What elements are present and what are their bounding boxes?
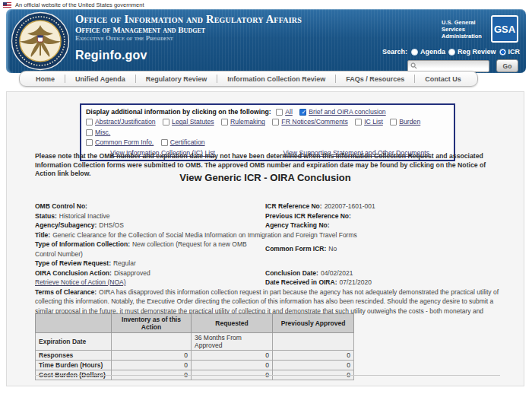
icr-radio-label[interactable]: ICR	[508, 48, 521, 56]
site-header: Office of Information and Regulatory Aff…	[6, 9, 526, 73]
burden-header-requested: Requested	[192, 314, 273, 333]
display-options-row-2: Abstract/Justification Legal Statutes Ru…	[86, 117, 449, 137]
checkbox-rulemaking-box[interactable]	[221, 119, 228, 126]
search-icon	[410, 62, 417, 69]
checkbox-abstract-justification[interactable]: Abstract/Justification	[86, 117, 156, 127]
burden-cell: 0	[273, 351, 354, 361]
tab-home[interactable]: Home	[26, 75, 65, 83]
field-conclusion-date: Conclusion Date:04/02/2021	[265, 268, 502, 278]
field-omb-control: OMB Control No:	[35, 202, 265, 211]
checkbox-legal-statutes[interactable]: Legal Statutes	[163, 117, 214, 127]
burden-cell	[112, 333, 192, 351]
search-scope-radios: Agenda Reg Review ICR	[411, 48, 520, 56]
checkbox-certification-label[interactable]: Certification	[170, 138, 205, 148]
burden-cell	[273, 333, 354, 351]
checkbox-fr-notices[interactable]: FR Notices/Comments	[272, 117, 347, 127]
radio-option-agenda[interactable]: Agenda	[411, 48, 445, 56]
field-agency-tracking: Agency Tracking No:	[265, 221, 502, 230]
field-previous-icr: Previous ICR Reference No:	[265, 211, 502, 221]
burden-row-label: Time Burden (Hours)	[36, 361, 112, 370]
burden-row-label: Responses	[36, 351, 112, 361]
table-row: Responses 0 0 0	[36, 351, 354, 361]
search-scope-row: Search: Agenda Reg Review ICR	[382, 48, 520, 56]
gsa-logo: GSA	[491, 15, 518, 43]
display-options-row-3: Common Form Info. Certification	[86, 138, 449, 148]
checkbox-legal-box[interactable]	[163, 119, 169, 126]
checkbox-brief-oira-conclusion[interactable]: Brief and OIRA conclusion	[299, 107, 385, 117]
search-input[interactable]	[417, 62, 486, 70]
field-agency: Agency/Subagency:DHS/OS	[35, 221, 265, 230]
checkbox-brief-label[interactable]: Brief and OIRA conclusion	[309, 107, 385, 117]
checkbox-misc-label[interactable]: Misc.	[95, 128, 110, 138]
retrieve-noa-link[interactable]: Retrieve Notice of Action (NOA)	[35, 278, 126, 286]
reginfo-page: An official website of the United States…	[0, 0, 532, 394]
main-navigation: Home Unified Agenda Regulatory Review In…	[19, 71, 478, 87]
checkbox-all-label[interactable]: All	[285, 107, 293, 117]
omb-title: Office of Management and Budget	[75, 25, 302, 34]
burden-cell: 0	[192, 351, 273, 361]
table-row: Expiration Date 36 Months From Approved	[36, 333, 354, 351]
tab-unified-agenda[interactable]: Unified Agenda	[65, 75, 135, 83]
reg-review-radio-label[interactable]: Reg Review	[458, 48, 496, 56]
checkbox-legal-label[interactable]: Legal Statutes	[172, 117, 214, 127]
go-button[interactable]: Go	[496, 59, 518, 72]
field-icr-reference: ICR Reference No:202007-1601-001	[265, 202, 502, 211]
checkbox-brief-box[interactable]	[299, 109, 306, 116]
icr-radio[interactable]	[499, 49, 506, 56]
checkbox-iclist-box[interactable]	[355, 119, 362, 126]
eop-title: Executive Office of the President	[75, 34, 302, 42]
reg-review-radio[interactable]	[448, 49, 455, 56]
checkbox-abstract-box[interactable]	[86, 119, 93, 126]
checkbox-rulemaking-label[interactable]: Rulemaking	[230, 117, 265, 127]
checkbox-fr-label[interactable]: FR Notices/Comments	[281, 117, 347, 127]
tab-contact-us[interactable]: Contact Us	[415, 75, 471, 83]
gsa-text: U.S. General Services Administration	[442, 19, 487, 40]
checkbox-burden[interactable]: Burden	[390, 117, 420, 127]
burden-header-inventory: Inventory as of this Action	[112, 314, 192, 333]
checkbox-ic-list[interactable]: IC List	[355, 117, 383, 127]
burden-cell: 0	[192, 361, 273, 370]
page-title: View Generic ICR - OIRA Conclusion	[7, 172, 524, 183]
checkbox-commonform-box[interactable]	[86, 139, 93, 146]
radio-option-reg-review[interactable]: Reg Review	[448, 48, 496, 56]
field-conclusion-action: OIRA Conclusion Action:Disapproved	[35, 268, 265, 278]
content-area: Display additional information by clicki…	[6, 91, 524, 386]
checkbox-all[interactable]: All	[276, 107, 293, 117]
burden-cell: 0	[273, 361, 354, 370]
burden-cell: 0	[112, 361, 192, 370]
checkbox-misc-box[interactable]	[86, 129, 93, 136]
checkbox-burden-label[interactable]: Burden	[399, 117, 420, 127]
checkbox-iclist-label[interactable]: IC List	[364, 117, 383, 127]
burden-table-header-row: Inventory as of this Action Requested Pr…	[36, 314, 354, 333]
site-logo-text: Reginfo.gov	[75, 49, 302, 62]
burden-table: Inventory as of this Action Requested Pr…	[35, 313, 354, 380]
checkbox-certification-box[interactable]	[161, 139, 168, 146]
oira-title: Office of Information and Regulatory Aff…	[75, 14, 302, 25]
checkbox-fr-box[interactable]	[272, 119, 279, 126]
burden-cell: 36 Months From Approved	[192, 333, 273, 351]
burden-cell: 0	[112, 351, 192, 361]
checkbox-burden-box[interactable]	[390, 119, 397, 126]
checkbox-rulemaking[interactable]: Rulemaking	[221, 117, 265, 127]
burden-header-previously-approved: Previously Approved	[273, 314, 354, 333]
tab-regulatory-review[interactable]: Regulatory Review	[136, 75, 217, 83]
display-options-row-1: Display additional information by clicki…	[86, 107, 449, 117]
search-label: Search:	[382, 48, 407, 56]
checkbox-all-box[interactable]	[276, 109, 283, 116]
burden-row-label: Expiration Date	[36, 333, 112, 351]
checkbox-certification[interactable]: Certification	[161, 138, 205, 148]
icr-details: OMB Control No: Status:Historical Inacti…	[35, 202, 502, 326]
checkbox-abstract-label[interactable]: Abstract/Justification	[95, 117, 156, 127]
field-status: Status:Historical Inactive	[35, 211, 265, 221]
checkbox-misc[interactable]: Misc.	[86, 128, 110, 138]
radio-option-icr[interactable]: ICR	[499, 48, 521, 56]
tab-information-collection-review[interactable]: Information Collection Review	[217, 75, 335, 83]
field-title: Title:Generic Clearance for the Collecti…	[35, 230, 502, 240]
checkbox-common-form-info[interactable]: Common Form Info.	[86, 138, 154, 148]
agenda-radio-label[interactable]: Agenda	[420, 48, 445, 56]
checkbox-commonform-label[interactable]: Common Form Info.	[95, 138, 154, 148]
display-options-prompt: Display additional information by clicki…	[86, 108, 271, 116]
table-row: Time Burden (Hours) 0 0 0	[36, 361, 354, 370]
agenda-radio[interactable]	[411, 49, 418, 56]
tab-faqs-resources[interactable]: FAQs / Resources	[336, 75, 414, 83]
